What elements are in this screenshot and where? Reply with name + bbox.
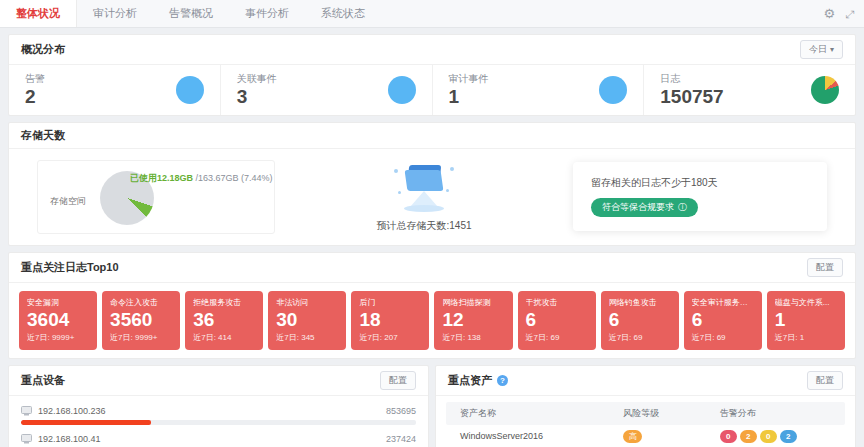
help-icon[interactable]: ? [497, 375, 508, 386]
stat-label: 关联事件 [237, 72, 277, 86]
stat-circle-icon [599, 76, 627, 104]
gear-icon[interactable] [824, 6, 836, 21]
nav-tab-label: 审计分析 [93, 7, 137, 19]
asset-rows: WindowsServer2016 高 0202 UAC 高 0200 cent… [436, 425, 855, 447]
col-risk-level: 风险等级 [623, 407, 719, 420]
storage-days-text: 预计总存储天数:1451 [376, 219, 471, 233]
alert-count-badge: 0 [760, 430, 777, 443]
log-distribution-pie-icon [811, 76, 839, 104]
top-log-week-value: 69 [717, 333, 726, 342]
device-ip: 192.168.100.41 [38, 434, 101, 444]
top-log-value: 36 [193, 308, 255, 332]
top-log-card[interactable]: 磁盘与文件系... 1 近7日: 1 [767, 291, 845, 350]
alert-count-badge: 2 [740, 430, 757, 443]
top-log-cards: 安全漏洞 3604 近7日: 9999+ 命令注入攻击 3560 近7日: 99… [9, 283, 855, 358]
top-log-value: 30 [276, 308, 338, 332]
top-log-title: 干扰攻击 [526, 297, 588, 308]
top-log-week-value: 414 [218, 333, 231, 342]
top-log-title: 非法访问 [276, 297, 338, 308]
nav-tab[interactable]: 整体状况 [0, 0, 77, 27]
compliance-card: 留存相关的日志不少于180天 符合等保合规要求 [573, 162, 827, 231]
alert-badges: 0202 [720, 430, 831, 443]
overview-title: 概况分布 [21, 42, 65, 57]
device-row[interactable]: 192.168.100.236 853695 [21, 400, 416, 428]
top-logs-config-button[interactable]: 配置 [807, 258, 843, 277]
assets-config-button[interactable]: 配置 [807, 371, 843, 390]
disk-total-text: /163.67GB (7.44%) [196, 173, 273, 183]
alert-count-badge: 0 [720, 430, 737, 443]
fullscreen-icon[interactable] [845, 6, 854, 21]
top-log-title: 后门 [359, 297, 421, 308]
monitor-icon [21, 434, 32, 444]
overview-stat: 关联事件 3 [221, 65, 433, 115]
top-log-card[interactable]: 非法访问 30 近7日: 345 [268, 291, 346, 350]
assets-section: 重点资产 ? 配置 资产名称 风险等级 告警分布 WindowsServer20… [435, 365, 856, 447]
top-log-week-value: 207 [384, 333, 397, 342]
top-log-week-value: 69 [634, 333, 643, 342]
top-log-value: 12 [442, 308, 504, 332]
top-logs-section: 重点关注日志Top10 配置 安全漏洞 3604 近7日: 9999+ 命令注入… [8, 252, 856, 359]
device-row[interactable]: 192.168.100.41 237424 [21, 428, 416, 447]
top-log-title: 磁盘与文件系... [775, 297, 837, 308]
top-log-period-label: 近7日: [692, 333, 715, 342]
col-alert-distribution: 告警分布 [720, 407, 831, 420]
top-log-value: 6 [609, 308, 671, 332]
top-logs-title: 重点关注日志Top10 [21, 260, 119, 275]
nav-tab[interactable]: 事件分析 [229, 0, 305, 27]
stat-circle-icon [388, 76, 416, 104]
device-ip: 192.168.100.236 [38, 406, 106, 416]
top-log-value: 1 [775, 308, 837, 332]
top-log-period-label: 近7日: [193, 333, 216, 342]
top-log-title: 命令注入攻击 [110, 297, 172, 308]
storage-section: 存储天数 存储空间 已使用12.18GB /163.67GB (7.44%) [8, 122, 856, 246]
top-log-card[interactable]: 安全漏洞 3604 近7日: 9999+ [19, 291, 97, 350]
disk-label: 存储空间 [50, 195, 86, 208]
nav-tab-label: 系统状态 [321, 7, 365, 19]
top-log-week-value: 138 [467, 333, 480, 342]
top-log-period-label: 近7日: [609, 333, 632, 342]
nav-tab[interactable]: 审计分析 [77, 0, 153, 27]
top-log-period-label: 近7日: [27, 333, 50, 342]
top-log-period-label: 近7日: [359, 333, 382, 342]
nav-tab-label: 整体状况 [16, 7, 60, 19]
date-range-dropdown[interactable]: 今日 [800, 40, 843, 59]
stat-value: 2 [25, 87, 45, 108]
devices-title: 重点设备 [21, 373, 65, 388]
overview-stat: 日志 150757 [644, 65, 855, 115]
top-log-card[interactable]: 拒绝服务攻击 36 近7日: 414 [185, 291, 263, 350]
top-log-card[interactable]: 网络扫描探测 12 近7日: 138 [434, 291, 512, 350]
nav-tab[interactable]: 告警概况 [153, 0, 229, 27]
folder-illustration [386, 161, 462, 215]
assets-table-header: 资产名称 风险等级 告警分布 [446, 402, 845, 425]
nav-tab-label: 事件分析 [245, 7, 289, 19]
top-log-card[interactable]: 命令注入攻击 3560 近7日: 9999+ [102, 291, 180, 350]
top-log-card[interactable]: 后门 18 近7日: 207 [351, 291, 429, 350]
top-log-period-label: 近7日: [276, 333, 299, 342]
compliance-text: 留存相关的日志不少于180天 [591, 176, 809, 190]
device-list: 192.168.100.236 853695 192.168.100.41 23… [9, 396, 428, 447]
top-log-title: 网络钓鱼攻击 [609, 297, 671, 308]
overview-stat: 审计事件 1 [433, 65, 645, 115]
top-log-value: 6 [692, 308, 754, 332]
top-log-title: 安全漏洞 [27, 297, 89, 308]
devices-config-button[interactable]: 配置 [380, 371, 416, 390]
asset-name: WindowsServer2016 [460, 431, 623, 441]
top-log-title: 拒绝服务攻击 [193, 297, 255, 308]
compliance-button-label: 符合等保合规要求 [602, 201, 674, 214]
top-log-week-value: 1 [800, 333, 804, 342]
top-log-card[interactable]: 干扰攻击 6 近7日: 69 [518, 291, 596, 350]
top-log-card[interactable]: 网络钓鱼攻击 6 近7日: 69 [601, 291, 679, 350]
top-log-period-label: 近7日: [775, 333, 798, 342]
top-log-title: 网络扫描探测 [442, 297, 504, 308]
top-log-value: 18 [359, 308, 421, 332]
top-tab-bar: 整体状况 审计分析 告警概况 事件分析 系统状态 [0, 0, 864, 28]
top-log-value: 6 [526, 308, 588, 332]
overview-section: 概况分布 今日 告警 2 关联事件 3 审计事件 1 日志 150757 [8, 34, 856, 116]
nav-tab[interactable]: 系统状态 [305, 0, 381, 27]
devices-section: 重点设备 配置 192.168.100.236 853695 192.168.1… [8, 365, 429, 447]
compliance-button[interactable]: 符合等保合规要求 [591, 198, 698, 217]
top-log-week-value: 345 [301, 333, 314, 342]
col-asset-name: 资产名称 [460, 407, 623, 420]
top-log-card[interactable]: 安全审计服务攻击 6 近7日: 69 [684, 291, 762, 350]
asset-row[interactable]: WindowsServer2016 高 0202 [446, 425, 845, 447]
